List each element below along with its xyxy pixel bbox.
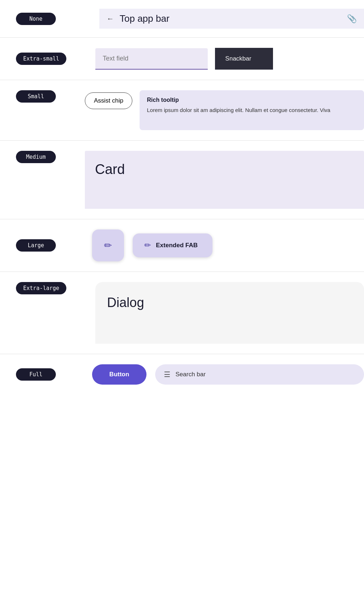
back-icon[interactable]: ← — [107, 14, 114, 23]
row-small: Small Assist chip Rich tooltip Lorem ips… — [0, 80, 364, 141]
row-none: None ← Top app bar 📎 — [0, 0, 364, 38]
badge-small: Small — [16, 90, 56, 103]
badge-extra-small: Extra-small — [16, 53, 66, 65]
assist-chip[interactable]: Assist chip — [85, 92, 132, 109]
top-app-bar: ← Top app bar 📎 — [99, 9, 364, 29]
extended-fab-label: Extended FAB — [156, 242, 198, 249]
rich-tooltip-body: Lorem ipsum dolor sit am adipiscing elit… — [147, 106, 357, 115]
search-bar-label: Search bar — [175, 371, 206, 378]
dialog-title: Dialog — [107, 295, 144, 310]
row-extra-large: Extra-large Dialog — [0, 272, 364, 354]
fab-edit-icon: ✏ — [104, 240, 112, 251]
row-large: Large ✏ ✏ Extended FAB — [0, 219, 364, 272]
snackbar: Snackbar — [215, 48, 273, 70]
extended-fab-icon: ✏ — [144, 241, 151, 250]
search-bar[interactable]: ☰ Search bar — [155, 364, 364, 385]
row-5-content: ✏ ✏ Extended FAB — [92, 229, 212, 261]
rich-tooltip-title: Rich tooltip — [147, 97, 357, 103]
fab-button[interactable]: ✏ — [92, 229, 124, 261]
row-extra-small: Extra-small Snackbar — [0, 38, 364, 80]
text-field-container — [95, 48, 208, 70]
row-3-content: Assist chip Rich tooltip Lorem ipsum dol… — [85, 90, 364, 130]
row-full: Full Button ☰ Search bar — [0, 354, 364, 395]
badge-full: Full — [16, 368, 56, 381]
card: Card — [85, 151, 364, 209]
text-field-input[interactable] — [95, 48, 208, 70]
menu-icon: ☰ — [164, 370, 170, 379]
card-title: Card — [95, 162, 125, 177]
rich-tooltip: Rich tooltip Lorem ipsum dolor sit am ad… — [140, 90, 364, 130]
attach-icon[interactable]: 📎 — [347, 14, 357, 24]
dialog: Dialog — [95, 282, 364, 344]
top-app-bar-title: Top app bar — [120, 13, 347, 24]
row-medium: Medium Card — [0, 141, 364, 219]
badge-medium: Medium — [16, 151, 56, 163]
snackbar-label: Snackbar — [225, 55, 251, 62]
row-7-content: Button ☰ Search bar — [92, 364, 364, 385]
badge-large: Large — [16, 239, 56, 252]
badge-none: None — [16, 13, 56, 25]
badge-extra-large: Extra-large — [16, 282, 66, 294]
extended-fab-button[interactable]: ✏ Extended FAB — [133, 233, 212, 257]
filled-button[interactable]: Button — [92, 364, 146, 385]
